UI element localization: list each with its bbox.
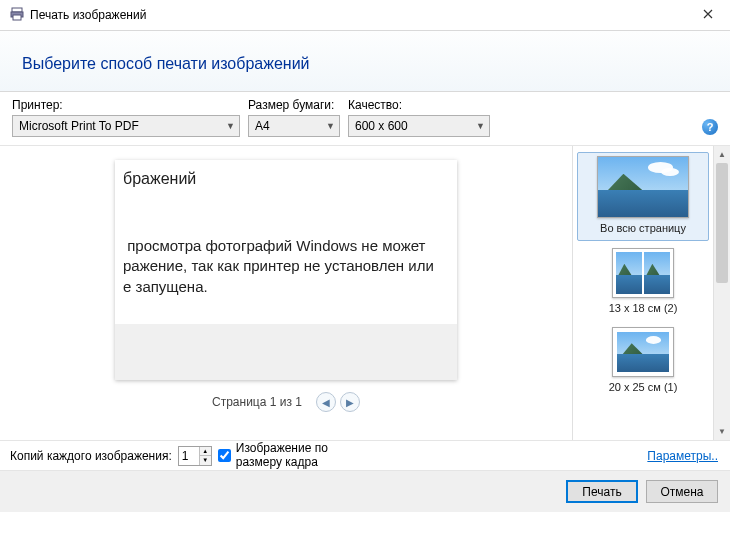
preview-text-title: бражений <box>123 170 196 188</box>
header-subtitle: Выберите способ печати изображений <box>22 55 708 73</box>
chevron-down-icon: ▼ <box>326 121 335 131</box>
copies-up-button[interactable]: ▲ <box>200 447 211 457</box>
layout-scrollbar[interactable]: ▲ ▼ <box>713 146 730 440</box>
next-page-button[interactable]: ▶ <box>340 392 360 412</box>
paper-label: Размер бумаги: <box>248 98 340 112</box>
scroll-down-button[interactable]: ▼ <box>714 423 730 440</box>
svg-rect-0 <box>12 8 22 12</box>
parameters-link[interactable]: Параметры.. <box>647 449 718 463</box>
print-button[interactable]: Печать <box>566 480 638 503</box>
printer-select[interactable]: Microsoft Print To PDF ▼ <box>12 115 240 137</box>
chevron-down-icon: ▼ <box>226 121 235 131</box>
preview-gray-band <box>115 324 457 380</box>
layout-item-20x25[interactable]: 20 x 25 см (1) <box>577 324 709 399</box>
paper-value: A4 <box>255 119 270 133</box>
layout-list: Во всю страницу 13 x 18 см (2) <box>573 146 713 440</box>
copies-down-button[interactable]: ▼ <box>200 456 211 465</box>
preview-zone: бражений просмотра фотографий Windows не… <box>0 146 572 440</box>
layout-item-13x18[interactable]: 13 x 18 см (2) <box>577 245 709 320</box>
chevron-down-icon: ▼ <box>476 121 485 131</box>
layout-item-full-page[interactable]: Во всю страницу <box>577 152 709 241</box>
quality-value: 600 x 600 <box>355 119 408 133</box>
button-bar: Печать Отмена <box>0 470 730 512</box>
fit-frame-checkbox[interactable] <box>218 449 231 462</box>
printer-value: Microsoft Print To PDF <box>19 119 139 133</box>
settings-row: Принтер: Microsoft Print To PDF ▼ Размер… <box>0 92 730 145</box>
close-button[interactable] <box>685 0 730 28</box>
page-indicator: Страница 1 из 1 <box>212 395 302 409</box>
preview-text-body: просмотра фотографий Windows не может ра… <box>123 236 457 297</box>
header: Выберите способ печати изображений <box>0 30 730 92</box>
quality-label: Качество: <box>348 98 490 112</box>
scroll-up-button[interactable]: ▲ <box>714 146 730 163</box>
help-button[interactable]: ? <box>702 119 718 135</box>
body: бражений просмотра фотографий Windows не… <box>0 145 730 440</box>
layout-label: 20 x 25 см (1) <box>609 381 678 393</box>
lower-bar: Копий каждого изображения: ▲ ▼ Изображен… <box>0 440 730 470</box>
cancel-button[interactable]: Отмена <box>646 480 718 503</box>
layout-label: Во всю страницу <box>600 222 686 234</box>
prev-page-button[interactable]: ◀ <box>316 392 336 412</box>
copies-spinner[interactable]: ▲ ▼ <box>178 446 212 466</box>
scroll-thumb[interactable] <box>716 163 728 283</box>
layout-label: 13 x 18 см (2) <box>609 302 678 314</box>
paper-select[interactable]: A4 ▼ <box>248 115 340 137</box>
copies-label: Копий каждого изображения: <box>10 449 172 463</box>
layout-panel: Во всю страницу 13 x 18 см (2) <box>572 146 730 440</box>
window-title: Печать изображений <box>30 8 146 22</box>
printer-label: Принтер: <box>12 98 240 112</box>
copies-input[interactable] <box>179 447 199 465</box>
titlebar: Печать изображений <box>0 0 730 30</box>
scroll-track[interactable] <box>714 163 730 423</box>
page-preview: бражений просмотра фотографий Windows не… <box>115 160 457 380</box>
quality-select[interactable]: 600 x 600 ▼ <box>348 115 490 137</box>
svg-rect-2 <box>13 15 21 20</box>
fit-frame-label: Изображение по размеру кадра <box>236 442 351 468</box>
page-navigation: Страница 1 из 1 ◀ ▶ <box>212 392 360 412</box>
printer-icon <box>10 7 24 24</box>
